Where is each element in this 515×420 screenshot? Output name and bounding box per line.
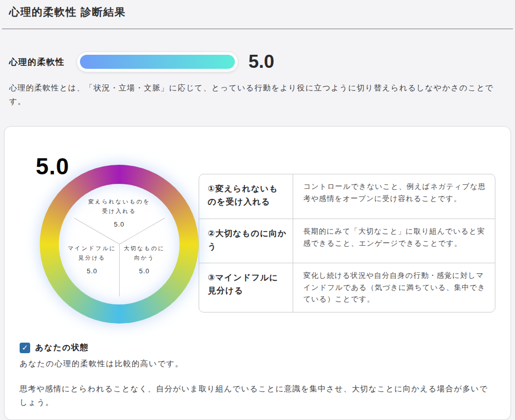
definition-term: ①変えられないものを受け入れる bbox=[199, 174, 293, 219]
definition-description: コントロールできないこと、例えばネガティブな思考や感情をオープンに受け容れること… bbox=[293, 174, 495, 219]
segment-value: 5.0 bbox=[106, 267, 183, 275]
definitions-table: ①変えられないものを受け入れる コントロールできないこと、例えばネガティブな思考… bbox=[199, 174, 495, 312]
summary-section: 心理的柔軟性 5.0 心理的柔軟性とは、「状況・立場・文脈」に応じて、とっている… bbox=[9, 51, 506, 108]
title-divider bbox=[2, 29, 513, 29]
flexibility-donut-chart: 5.0 変えられないものを 受け入れる 5.0 bbox=[40, 165, 199, 324]
donut-gradient-ring: 変えられないものを 受け入れる 5.0 マインドフルに 見分ける 5.0 bbox=[40, 165, 199, 324]
definition-description: 長期的にみて「大切なこと」に取り組んでいると実感できること、エンゲージできること… bbox=[293, 219, 495, 263]
segment-accept: 変えられないものを 受け入れる 5.0 bbox=[69, 197, 169, 228]
definition-description: 変化し続ける状況や自分自身の行動・感覚に対しマインドフルである（気づきに満ちてい… bbox=[293, 263, 495, 311]
results-page: 心理的柔軟性 診断結果 心理的柔軟性 5.0 心理的柔軟性とは、「状況・立場・文… bbox=[0, 0, 515, 420]
status-header: あなたの状態 bbox=[20, 343, 495, 353]
status-summary: あなたの心理的柔軟性は比較的高いです。 bbox=[20, 359, 495, 369]
summary-score-row: 心理的柔軟性 5.0 bbox=[9, 51, 506, 72]
donut-total-score: 5.0 bbox=[36, 153, 69, 180]
chart-and-definitions-row: 5.0 変えられないものを 受け入れる 5.0 bbox=[20, 140, 495, 324]
status-checkbox[interactable] bbox=[20, 343, 30, 353]
summary-score-value: 5.0 bbox=[248, 51, 274, 72]
segment-label: 大切なものに 向かう bbox=[106, 244, 183, 262]
status-detail: 思考や感情にとらわれることなく、自分がいま取り組んでいることに意識を集中させ、大… bbox=[20, 382, 495, 409]
definition-term: ③マインドフルに見分ける bbox=[199, 263, 293, 311]
segment-label: 変えられないものを 受け入れる bbox=[69, 197, 169, 216]
summary-description: 心理的柔軟性とは、「状況・立場・文脈」に応じて、とっている行動をより役に立つよう… bbox=[9, 81, 506, 108]
page-title: 心理的柔軟性 診断結果 bbox=[9, 5, 506, 19]
score-progress-fill bbox=[80, 55, 235, 69]
score-progress-bar bbox=[76, 51, 238, 72]
summary-label: 心理的柔軟性 bbox=[9, 56, 76, 68]
result-card: 5.0 変えられないものを 受け入れる 5.0 bbox=[4, 126, 511, 420]
segment-value: 5.0 bbox=[69, 221, 169, 228]
definition-term: ②大切なものに向かう bbox=[199, 219, 293, 263]
status-section: あなたの状態 あなたの心理的柔軟性は比較的高いです。 思考や感情にとらわれること… bbox=[20, 343, 495, 409]
segment-values: 大切なものに 向かう 5.0 bbox=[106, 244, 183, 274]
status-heading: あなたの状態 bbox=[35, 343, 89, 353]
